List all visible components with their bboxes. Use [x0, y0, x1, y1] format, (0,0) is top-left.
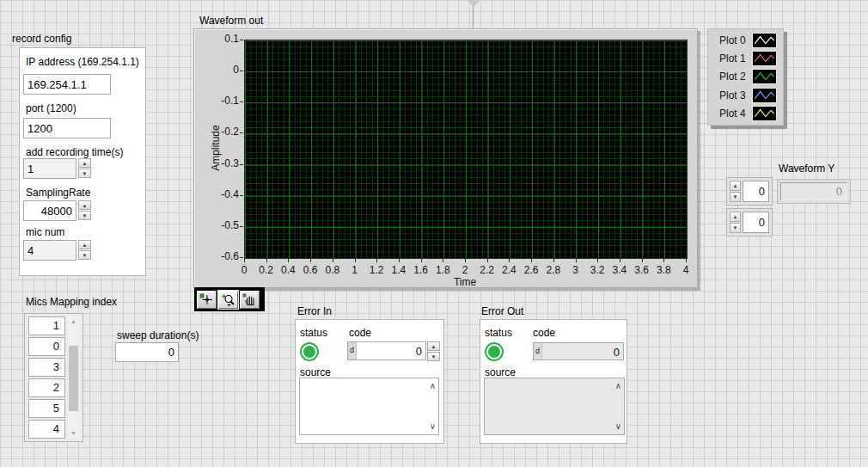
- sampling-rate-label: SamplingRate: [26, 187, 90, 199]
- decrement-button[interactable]: ▼: [78, 211, 91, 220]
- y-tick-label: -0.5: [201, 219, 239, 231]
- zoom-tool-button[interactable]: [218, 291, 238, 309]
- sampling-rate-field[interactable]: [23, 200, 76, 221]
- decrement-button[interactable]: ▼: [730, 223, 741, 233]
- sampling-rate-spinner[interactable]: ▲ ▼: [78, 200, 91, 220]
- add-recording-time-spinner[interactable]: ▲ ▼: [78, 158, 91, 178]
- sweep-duration-label: sweep duration(s): [117, 329, 199, 341]
- legend-item[interactable]: Plot 1: [708, 50, 783, 68]
- y-tick-mark: [240, 40, 243, 40]
- down-arrow-icon: ▼: [733, 194, 738, 200]
- scroll-down-icon[interactable]: ∨: [430, 422, 436, 431]
- down-arrow-icon: ▼: [83, 213, 88, 218]
- up-arrow-icon: ▲: [83, 203, 88, 208]
- legend-swatch[interactable]: [752, 51, 777, 66]
- increment-button[interactable]: ▲: [78, 200, 91, 210]
- waveform-line-icon: [753, 89, 776, 102]
- cursor-tool-button[interactable]: [197, 291, 217, 309]
- crosshair-cursor-icon: [199, 293, 214, 306]
- y-tick-mark: [240, 226, 243, 227]
- magnifier-zoom-icon: [221, 293, 235, 306]
- legend-item[interactable]: Plot 3: [708, 86, 783, 104]
- array-element[interactable]: 0: [28, 337, 65, 356]
- array-element[interactable]: 1: [28, 316, 65, 335]
- scroll-up-icon[interactable]: ∧: [430, 382, 436, 390]
- port-field[interactable]: [23, 118, 111, 138]
- legend-swatch[interactable]: [752, 106, 777, 121]
- x-tick-mark: [310, 259, 311, 262]
- x-tick-label: 4: [672, 264, 700, 276]
- ip-address-label: IP address (169.254.1.1): [26, 56, 139, 68]
- mic-num-spinner[interactable]: ▲ ▼: [78, 240, 91, 260]
- plot-area[interactable]: [244, 40, 688, 259]
- error-out-panel: status code d 0 source ∧ ∨: [480, 319, 627, 444]
- code-spinner[interactable]: ▲ ▼: [427, 341, 440, 361]
- down-arrow-icon: ▼: [733, 225, 738, 230]
- index-spinner[interactable]: ▲ ▼: [730, 212, 741, 233]
- array-scrollbar[interactable]: ▲ ▼: [68, 316, 79, 438]
- scroll-down-icon[interactable]: ▼: [68, 430, 79, 436]
- waveform-line-icon: [753, 107, 776, 120]
- code-field[interactable]: d 0: [347, 341, 426, 360]
- waveform-y-value: 0: [780, 182, 847, 200]
- legend-item-label: Plot 1: [719, 52, 752, 65]
- add-recording-time-label: add recording time(s): [26, 146, 123, 158]
- increment-button[interactable]: ▲: [78, 158, 91, 168]
- down-arrow-icon: ▼: [83, 171, 88, 176]
- pan-tool-button[interactable]: [240, 291, 260, 309]
- source-textarea: [485, 378, 624, 434]
- legend-item[interactable]: Plot 0: [708, 31, 783, 49]
- legend-item[interactable]: Plot 2: [708, 68, 783, 86]
- x-tick-mark: [376, 259, 377, 262]
- decrement-button[interactable]: ▼: [427, 352, 440, 361]
- scroll-up-icon[interactable]: ∧: [615, 382, 621, 390]
- increment-button[interactable]: ▲: [730, 181, 741, 191]
- scroll-down-icon[interactable]: ∨: [615, 422, 621, 431]
- code-value: 0: [416, 345, 422, 358]
- array-element[interactable]: 3: [28, 358, 65, 377]
- status-led[interactable]: [300, 342, 319, 361]
- x-axis-title: Time: [244, 276, 686, 288]
- decrement-button[interactable]: ▼: [730, 192, 741, 202]
- x-tick-mark: [663, 259, 664, 262]
- scroll-up-icon[interactable]: ▲: [68, 318, 79, 324]
- array-element[interactable]: 4: [28, 420, 65, 439]
- code-label: code: [533, 327, 555, 339]
- graph-tool-palette: [194, 287, 265, 311]
- x-tick-mark: [509, 259, 510, 262]
- y-tick-mark: [240, 257, 243, 258]
- mics-array: ▲ ▼ 103254: [24, 313, 83, 442]
- source-label: source: [300, 366, 331, 378]
- increment-button[interactable]: ▲: [78, 240, 91, 249]
- legend-item[interactable]: Plot 4: [708, 105, 783, 123]
- array-element[interactable]: 2: [28, 378, 65, 397]
- index-spinner[interactable]: ▲ ▼: [730, 181, 741, 202]
- index-value[interactable]: 0: [743, 212, 769, 233]
- mic-num-label: mic num: [26, 226, 64, 238]
- y-tick-label: 0.1: [201, 33, 239, 45]
- legend-swatch[interactable]: [752, 33, 777, 48]
- add-recording-time-field[interactable]: [23, 158, 76, 179]
- legend-swatch[interactable]: [752, 69, 777, 84]
- waveform-y-indicator: 0: [777, 179, 851, 204]
- x-tick-mark: [487, 259, 488, 262]
- radix-indicator[interactable]: d: [348, 342, 357, 359]
- y-tick-mark: [240, 101, 243, 102]
- array-element[interactable]: 5: [28, 399, 65, 418]
- error-in-title: Error In: [297, 305, 332, 317]
- mic-num-field[interactable]: [23, 240, 76, 261]
- scrollbar-thumb[interactable]: [69, 346, 78, 411]
- decrement-button[interactable]: ▼: [78, 169, 91, 178]
- y-tick-mark: [240, 195, 243, 196]
- increment-button[interactable]: ▲: [427, 341, 440, 351]
- index-value[interactable]: 0: [743, 181, 769, 202]
- source-textarea[interactable]: [300, 378, 438, 434]
- increment-button[interactable]: ▲: [730, 212, 741, 222]
- ip-address-field[interactable]: [23, 74, 111, 95]
- splitter-line[interactable]: [473, 6, 474, 28]
- up-arrow-icon: ▲: [83, 161, 88, 166]
- legend-swatch[interactable]: [752, 88, 777, 103]
- sweep-duration-field[interactable]: [115, 342, 179, 362]
- decrement-button[interactable]: ▼: [78, 250, 91, 260]
- splitter-handle-icon[interactable]: [467, 0, 480, 7]
